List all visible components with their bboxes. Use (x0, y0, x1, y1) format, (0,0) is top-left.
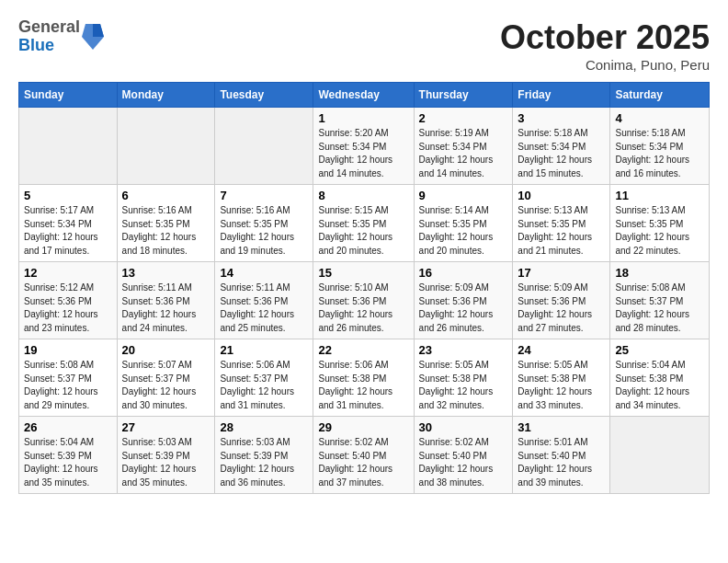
calendar-cell: 1Sunrise: 5:20 AMSunset: 5:34 PMDaylight… (313, 108, 414, 185)
calendar-cell: 31Sunrise: 5:01 AMSunset: 5:40 PMDayligh… (513, 417, 610, 494)
logo-icon (80, 22, 106, 52)
day-info: Sunrise: 5:11 AMSunset: 5:36 PMDaylight:… (220, 282, 308, 335)
calendar-cell: 4Sunrise: 5:18 AMSunset: 5:34 PMDaylight… (610, 108, 710, 185)
logo: General Blue (18, 18, 106, 55)
calendar-cell (19, 108, 118, 185)
calendar-cell: 6Sunrise: 5:16 AMSunset: 5:35 PMDaylight… (117, 185, 215, 262)
day-number: 16 (419, 266, 508, 280)
day-number: 24 (518, 343, 605, 357)
calendar-cell: 27Sunrise: 5:03 AMSunset: 5:39 PMDayligh… (117, 417, 215, 494)
day-info: Sunrise: 5:11 AMSunset: 5:36 PMDaylight:… (122, 282, 210, 335)
day-info: Sunrise: 5:16 AMSunset: 5:35 PMDaylight:… (220, 204, 308, 258)
day-info: Sunrise: 5:14 AMSunset: 5:35 PMDaylight:… (419, 204, 508, 258)
day-number: 1 (318, 111, 408, 125)
day-info: Sunrise: 5:09 AMSunset: 5:36 PMDaylight:… (419, 282, 508, 335)
calendar-cell: 12Sunrise: 5:12 AMSunset: 5:36 PMDayligh… (19, 262, 118, 339)
title-block: October 2025 Conima, Puno, Peru (500, 18, 710, 73)
day-info: Sunrise: 5:04 AMSunset: 5:38 PMDaylight:… (615, 359, 704, 412)
day-info: Sunrise: 5:08 AMSunset: 5:37 PMDaylight:… (24, 359, 112, 412)
day-number: 25 (615, 343, 704, 357)
day-info: Sunrise: 5:13 AMSunset: 5:35 PMDaylight:… (615, 204, 704, 258)
day-info: Sunrise: 5:02 AMSunset: 5:40 PMDaylight:… (419, 436, 508, 489)
page-header: General Blue October 2025 Conima, Puno, … (18, 18, 710, 73)
day-info: Sunrise: 5:07 AMSunset: 5:37 PMDaylight:… (122, 359, 210, 412)
calendar-cell: 20Sunrise: 5:07 AMSunset: 5:37 PMDayligh… (117, 339, 215, 417)
calendar-cell: 29Sunrise: 5:02 AMSunset: 5:40 PMDayligh… (313, 417, 414, 494)
calendar-cell: 18Sunrise: 5:08 AMSunset: 5:37 PMDayligh… (610, 262, 710, 339)
day-info: Sunrise: 5:05 AMSunset: 5:38 PMDaylight:… (518, 359, 605, 412)
day-info: Sunrise: 5:03 AMSunset: 5:39 PMDaylight:… (220, 436, 308, 489)
day-number: 15 (318, 266, 408, 280)
day-info: Sunrise: 5:17 AMSunset: 5:34 PMDaylight:… (24, 204, 112, 258)
calendar-cell (610, 417, 710, 494)
calendar-cell: 8Sunrise: 5:15 AMSunset: 5:35 PMDaylight… (313, 185, 414, 262)
day-number: 22 (318, 343, 408, 357)
day-number: 10 (518, 189, 605, 202)
calendar-cell: 23Sunrise: 5:05 AMSunset: 5:38 PMDayligh… (414, 339, 513, 417)
calendar-header: Sunday Monday Tuesday Wednesday Thursday… (19, 83, 710, 108)
location: Conima, Puno, Peru (500, 57, 710, 73)
calendar-week-3: 12Sunrise: 5:12 AMSunset: 5:36 PMDayligh… (19, 262, 710, 339)
col-thursday: Thursday (414, 83, 513, 108)
day-info: Sunrise: 5:12 AMSunset: 5:36 PMDaylight:… (24, 282, 112, 335)
day-info: Sunrise: 5:13 AMSunset: 5:35 PMDaylight:… (518, 204, 605, 258)
calendar-cell: 2Sunrise: 5:19 AMSunset: 5:34 PMDaylight… (414, 108, 513, 185)
day-number: 20 (122, 343, 210, 357)
col-wednesday: Wednesday (313, 83, 414, 108)
day-number: 21 (220, 343, 308, 357)
logo-text: General Blue (18, 18, 80, 55)
day-info: Sunrise: 5:01 AMSunset: 5:40 PMDaylight:… (518, 436, 605, 489)
day-number: 4 (615, 111, 704, 125)
col-saturday: Saturday (610, 83, 710, 108)
day-number: 9 (419, 189, 508, 202)
day-number: 23 (419, 343, 508, 357)
day-info: Sunrise: 5:04 AMSunset: 5:39 PMDaylight:… (24, 436, 112, 489)
calendar-table: Sunday Monday Tuesday Wednesday Thursday… (18, 82, 710, 494)
day-number: 6 (122, 189, 210, 202)
col-monday: Monday (117, 83, 215, 108)
calendar-week-4: 19Sunrise: 5:08 AMSunset: 5:37 PMDayligh… (19, 339, 710, 417)
calendar-cell: 17Sunrise: 5:09 AMSunset: 5:36 PMDayligh… (513, 262, 610, 339)
day-number: 31 (518, 420, 605, 434)
logo-general: General (18, 18, 80, 37)
calendar-week-5: 26Sunrise: 5:04 AMSunset: 5:39 PMDayligh… (19, 417, 710, 494)
day-info: Sunrise: 5:19 AMSunset: 5:34 PMDaylight:… (419, 127, 508, 180)
calendar-body: 1Sunrise: 5:20 AMSunset: 5:34 PMDaylight… (19, 108, 710, 494)
calendar-cell: 26Sunrise: 5:04 AMSunset: 5:39 PMDayligh… (19, 417, 118, 494)
calendar-cell: 15Sunrise: 5:10 AMSunset: 5:36 PMDayligh… (313, 262, 414, 339)
day-info: Sunrise: 5:20 AMSunset: 5:34 PMDaylight:… (318, 127, 408, 180)
calendar-cell: 28Sunrise: 5:03 AMSunset: 5:39 PMDayligh… (215, 417, 313, 494)
day-number: 29 (318, 420, 408, 434)
day-info: Sunrise: 5:02 AMSunset: 5:40 PMDaylight:… (318, 436, 408, 489)
day-number: 3 (518, 111, 605, 125)
calendar-cell (215, 108, 313, 185)
day-info: Sunrise: 5:09 AMSunset: 5:36 PMDaylight:… (518, 282, 605, 335)
day-number: 28 (220, 420, 308, 434)
svg-marker-1 (93, 24, 104, 37)
day-number: 30 (419, 420, 508, 434)
calendar-cell: 3Sunrise: 5:18 AMSunset: 5:34 PMDaylight… (513, 108, 610, 185)
calendar-week-2: 5Sunrise: 5:17 AMSunset: 5:34 PMDaylight… (19, 185, 710, 262)
col-tuesday: Tuesday (215, 83, 313, 108)
calendar-cell: 9Sunrise: 5:14 AMSunset: 5:35 PMDaylight… (414, 185, 513, 262)
day-number: 8 (318, 189, 408, 202)
calendar-cell: 10Sunrise: 5:13 AMSunset: 5:35 PMDayligh… (513, 185, 610, 262)
day-info: Sunrise: 5:10 AMSunset: 5:36 PMDaylight:… (318, 282, 408, 335)
calendar-week-1: 1Sunrise: 5:20 AMSunset: 5:34 PMDaylight… (19, 108, 710, 185)
col-friday: Friday (513, 83, 610, 108)
month-title: October 2025 (500, 18, 710, 57)
calendar-cell: 21Sunrise: 5:06 AMSunset: 5:37 PMDayligh… (215, 339, 313, 417)
day-info: Sunrise: 5:18 AMSunset: 5:34 PMDaylight:… (518, 127, 605, 180)
calendar-cell: 19Sunrise: 5:08 AMSunset: 5:37 PMDayligh… (19, 339, 118, 417)
day-info: Sunrise: 5:16 AMSunset: 5:35 PMDaylight:… (122, 204, 210, 258)
header-row: Sunday Monday Tuesday Wednesday Thursday… (19, 83, 710, 108)
calendar-cell: 25Sunrise: 5:04 AMSunset: 5:38 PMDayligh… (610, 339, 710, 417)
day-info: Sunrise: 5:08 AMSunset: 5:37 PMDaylight:… (615, 282, 704, 335)
day-number: 26 (24, 420, 112, 434)
calendar-cell: 14Sunrise: 5:11 AMSunset: 5:36 PMDayligh… (215, 262, 313, 339)
calendar-cell: 5Sunrise: 5:17 AMSunset: 5:34 PMDaylight… (19, 185, 118, 262)
logo-blue: Blue (18, 37, 80, 55)
calendar-cell: 11Sunrise: 5:13 AMSunset: 5:35 PMDayligh… (610, 185, 710, 262)
day-number: 13 (122, 266, 210, 280)
day-number: 27 (122, 420, 210, 434)
